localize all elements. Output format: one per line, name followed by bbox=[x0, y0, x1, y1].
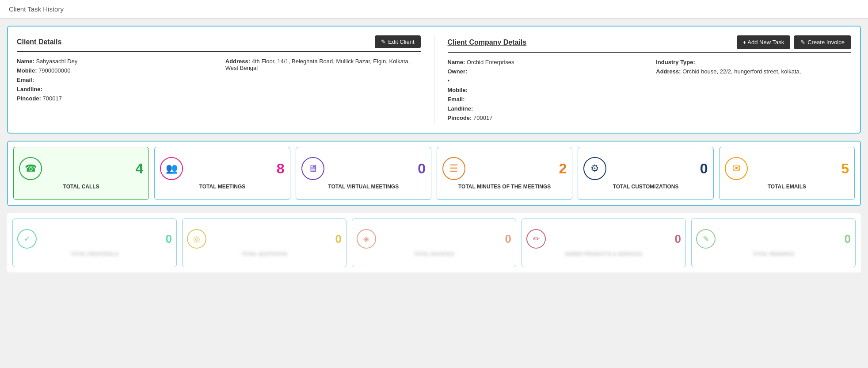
stat-top: ⚙ 0 bbox=[583, 157, 708, 180]
stat-label: TOTAL EMAILS bbox=[768, 184, 806, 190]
stat-top-sm: ✏ 0 bbox=[526, 229, 681, 249]
client-info-left: Name: Sabyasachi Dey Mobile: 7900000000 … bbox=[17, 58, 212, 104]
main-content: Client Details ✎ Edit Client Name: Sabya… bbox=[0, 19, 868, 280]
stats-row-2: ✓ 0 TOTAL PROPOSALS ◎ 0 TOTAL QUOTATION … bbox=[7, 213, 861, 272]
company-pincode-row: Pincode: 700017 bbox=[448, 115, 643, 121]
stat-card-bottom-2[interactable]: ◈ 0 TOTAL INVOICES bbox=[352, 218, 516, 267]
company-details-section: Client Company Details + Add New Task ✎ … bbox=[448, 35, 852, 124]
section-divider bbox=[434, 35, 434, 124]
company-owner-row: Owner: bbox=[448, 68, 643, 75]
stat-label: TOTAL CALLS bbox=[63, 184, 99, 190]
stat-label-sm: TOTAL INVOICES bbox=[414, 251, 454, 257]
company-industry-row: Industry Type: bbox=[656, 59, 851, 65]
client-details-section: Client Details ✎ Edit Client Name: Sabya… bbox=[17, 35, 421, 124]
client-mobile-row: Mobile: 7900000000 bbox=[17, 67, 212, 74]
invoice-icon: ✎ bbox=[800, 39, 805, 46]
stat-card-total-customizations[interactable]: ⚙ 0 TOTAL CUSTOMIZATIONS bbox=[578, 147, 713, 200]
client-name-row: Name: Sabyasachi Dey bbox=[17, 58, 212, 65]
stat-icon: 🖥 bbox=[301, 157, 324, 180]
stat-icon: ✉ bbox=[725, 157, 748, 180]
company-address-row: Address: Orchid house, 22/2, hungerford … bbox=[656, 68, 851, 75]
company-owner-bullet: • bbox=[448, 77, 643, 84]
stat-card-bottom-1[interactable]: ◎ 0 TOTAL QUOTATION bbox=[182, 218, 346, 267]
stats-row-1: ☎ 4 TOTAL CALLS 👥 8 TOTAL MEETINGS 🖥 0 T… bbox=[7, 141, 861, 206]
company-landline-row: Landline: bbox=[448, 105, 643, 112]
stat-value-sm: 0 bbox=[166, 232, 172, 246]
stat-icon-sm: ◈ bbox=[357, 229, 376, 249]
stat-top: 🖥 0 bbox=[301, 157, 426, 180]
client-email-row: Email: bbox=[17, 77, 212, 83]
stat-value-sm: 0 bbox=[675, 232, 681, 246]
add-new-task-button[interactable]: + Add New Task bbox=[737, 35, 790, 49]
company-details-title: Client Company Details bbox=[448, 38, 527, 46]
company-action-buttons: + Add New Task ✎ Create Invoice bbox=[737, 35, 851, 49]
stat-card-total-virtual-meetings[interactable]: 🖥 0 TOTAL VIRTUAL MEETINGS bbox=[296, 147, 431, 200]
stat-value: 8 bbox=[277, 161, 285, 177]
page-title: Client Task History bbox=[9, 5, 64, 13]
stat-icon: 👥 bbox=[160, 157, 183, 180]
stat-label-sm: TOTAL PROPOSALS bbox=[71, 251, 118, 257]
stat-card-total-calls[interactable]: ☎ 4 TOTAL CALLS bbox=[13, 147, 149, 200]
stat-icon-sm: ✏ bbox=[526, 229, 546, 249]
company-details-header: Client Company Details + Add New Task ✎ … bbox=[448, 35, 852, 53]
create-invoice-button[interactable]: ✎ Create Invoice bbox=[794, 35, 851, 49]
client-pincode-row: Pincode: 700017 bbox=[17, 95, 212, 102]
client-card: Client Details ✎ Edit Client Name: Sabya… bbox=[7, 26, 861, 134]
stat-top-sm: ✎ 0 bbox=[696, 229, 851, 249]
stat-value: 0 bbox=[418, 161, 426, 177]
stat-card-bottom-4[interactable]: ✎ 0 TOTAL REMARKS bbox=[691, 218, 856, 267]
stat-label: TOTAL MEETINGS bbox=[199, 184, 246, 190]
stat-icon: ☎ bbox=[19, 157, 42, 180]
stat-card-total-emails[interactable]: ✉ 5 TOTAL EMAILS bbox=[719, 147, 855, 200]
company-mobile-row: Mobile: bbox=[448, 87, 643, 93]
stat-icon-sm: ◎ bbox=[187, 229, 206, 249]
stat-top: 👥 8 bbox=[160, 157, 284, 180]
company-email-row: Email: bbox=[448, 96, 643, 103]
stat-label-sm: TOTAL REMARKS bbox=[753, 251, 794, 257]
edit-client-button[interactable]: ✎ Edit Client bbox=[375, 35, 420, 48]
stat-top: ☰ 2 bbox=[442, 157, 567, 180]
stat-icon-sm: ✓ bbox=[17, 229, 37, 249]
company-info-left: Name: Orchid Enterprises Owner: • Mobile… bbox=[448, 59, 643, 124]
page-header: Client Task History bbox=[0, 0, 868, 19]
stat-card-bottom-3[interactable]: ✏ 0 NAMED PRODUCTS & SERVICES bbox=[522, 218, 686, 267]
stat-value-sm: 0 bbox=[335, 232, 342, 246]
company-info-right: Industry Type: Address: Orchid house, 22… bbox=[656, 59, 851, 124]
stat-card-total-meetings[interactable]: 👥 8 TOTAL MEETINGS bbox=[154, 147, 290, 200]
stat-top: ✉ 5 bbox=[725, 157, 849, 180]
edit-icon: ✎ bbox=[381, 38, 386, 45]
stat-icon: ⚙ bbox=[583, 157, 606, 180]
stat-value-sm: 0 bbox=[845, 232, 851, 246]
company-info-grid: Name: Orchid Enterprises Owner: • Mobile… bbox=[448, 59, 852, 124]
client-details-title: Client Details bbox=[17, 38, 61, 46]
stat-top-sm: ✓ 0 bbox=[17, 229, 172, 249]
stat-label-sm: TOTAL QUOTATION bbox=[242, 251, 287, 257]
stat-top: ☎ 4 bbox=[19, 157, 143, 180]
stat-icon: ☰ bbox=[442, 157, 465, 180]
client-landline-row: Landline: bbox=[17, 86, 212, 92]
stat-label: TOTAL CUSTOMIZATIONS bbox=[613, 184, 679, 190]
stat-value: 5 bbox=[841, 161, 849, 177]
stat-top-sm: ◎ 0 bbox=[187, 229, 342, 249]
stat-label-sm: NAMED PRODUCTS & SERVICES bbox=[565, 251, 643, 257]
stat-value: 4 bbox=[136, 161, 144, 177]
client-address-row: Address: 4th Floor, 14/1, Beleghata Road… bbox=[225, 58, 421, 71]
stat-icon-sm: ✎ bbox=[696, 229, 716, 249]
company-name-row: Name: Orchid Enterprises bbox=[448, 59, 643, 65]
stat-card-total-minutes-of-the-meetings[interactable]: ☰ 2 TOTAL MINUTES OF THE MEETINGS bbox=[437, 147, 572, 200]
stat-value: 2 bbox=[559, 161, 567, 177]
stat-card-bottom-0[interactable]: ✓ 0 TOTAL PROPOSALS bbox=[12, 218, 177, 267]
stat-value: 0 bbox=[700, 161, 708, 177]
stat-label: TOTAL VIRTUAL MEETINGS bbox=[328, 184, 399, 190]
client-details-header: Client Details ✎ Edit Client bbox=[17, 35, 421, 52]
stat-top-sm: ◈ 0 bbox=[357, 229, 511, 249]
stat-label: TOTAL MINUTES OF THE MEETINGS bbox=[458, 184, 551, 190]
client-info-right: Address: 4th Floor, 14/1, Beleghata Road… bbox=[225, 58, 421, 104]
stat-value-sm: 0 bbox=[505, 232, 511, 246]
client-info-grid: Name: Sabyasachi Dey Mobile: 7900000000 … bbox=[17, 58, 421, 104]
